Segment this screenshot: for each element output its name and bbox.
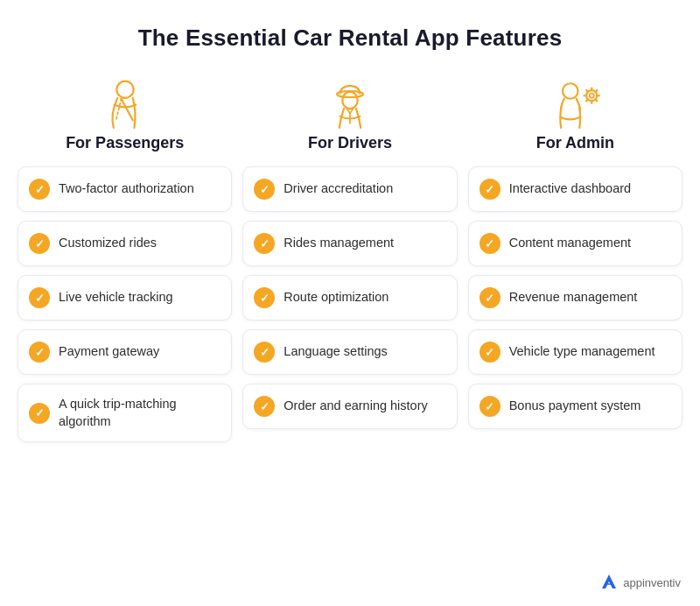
feature-text: Driver accreditation [284, 180, 393, 198]
feature-card: ✓ Content management [468, 221, 682, 266]
feature-card: ✓ Bonus payment system [468, 384, 682, 429]
admin-icon [544, 73, 606, 134]
feature-card: ✓ Rides management [242, 221, 457, 266]
check-icon: ✓ [254, 342, 275, 363]
column-passengers: For Passengers ✓ Two-factor authorizatio… [18, 73, 232, 451]
svg-point-8 [590, 94, 594, 98]
svg-line-14 [596, 100, 598, 102]
feature-text: Interactive dashboard [509, 180, 631, 198]
logo-area: appinventiv [599, 573, 681, 592]
svg-line-16 [596, 90, 598, 92]
feature-text: Vehicle type management [509, 343, 655, 361]
check-icon: ✓ [480, 342, 500, 363]
feature-card: ✓ Payment gateway [18, 329, 232, 375]
svg-point-6 [563, 83, 578, 99]
svg-line-1 [121, 99, 132, 121]
column-drivers-title: For Drivers [308, 134, 392, 152]
column-drivers: For Drivers ✓ Driver accreditation ✓ Rid… [242, 73, 457, 438]
feature-text: Bonus payment system [509, 398, 641, 415]
feature-card: ✓ Interactive dashboard [468, 166, 682, 212]
svg-line-13 [586, 90, 588, 92]
feature-text: Revenue management [509, 289, 638, 307]
page: The Essential Car Rental App Features Fo… [0, 0, 700, 606]
feature-text: A quick trip-matching algorithm [59, 396, 219, 430]
feature-card: ✓ Live vehicle tracking [18, 275, 232, 321]
check-icon: ✓ [29, 179, 50, 200]
check-icon: ✓ [480, 396, 500, 417]
feature-text: Order and earning history [284, 398, 427, 415]
feature-card: ✓ Vehicle type management [468, 329, 682, 375]
feature-card: ✓ Two-factor authorization [18, 166, 232, 212]
check-icon: ✓ [29, 403, 50, 424]
feature-text: Live vehicle tracking [59, 289, 173, 307]
check-icon: ✓ [480, 287, 500, 308]
svg-point-0 [116, 81, 133, 98]
check-icon: ✓ [29, 287, 50, 308]
check-icon: ✓ [254, 396, 275, 417]
column-passengers-title: For Passengers [66, 134, 184, 152]
feature-text: Content management [509, 235, 631, 252]
logo-text: appinventiv [623, 576, 681, 589]
feature-text: Rides management [284, 235, 394, 252]
feature-text: Route optimization [284, 289, 388, 307]
page-title: The Essential Car Rental App Features [18, 25, 682, 52]
feature-text: Customized rides [59, 235, 157, 252]
check-icon: ✓ [254, 179, 275, 200]
feature-card: ✓ Order and earning history [242, 384, 457, 429]
driver-icon [319, 73, 381, 134]
check-icon: ✓ [480, 233, 500, 254]
feature-text: Two-factor authorization [59, 180, 194, 198]
check-icon: ✓ [254, 233, 275, 254]
feature-card: ✓ A quick trip-matching algorithm [18, 384, 232, 442]
feature-card: ✓ Customized rides [18, 221, 232, 266]
column-admin-title: For Admin [536, 134, 614, 152]
columns-container: For Passengers ✓ Two-factor authorizatio… [18, 73, 682, 451]
feature-card: ✓ Language settings [242, 329, 457, 375]
passenger-icon [94, 73, 156, 134]
check-icon: ✓ [29, 233, 50, 254]
svg-point-4 [342, 92, 358, 109]
svg-line-15 [586, 100, 588, 102]
feature-card: ✓ Revenue management [468, 275, 682, 321]
check-icon: ✓ [254, 287, 275, 308]
feature-card: ✓ Route optimization [242, 275, 457, 321]
check-icon: ✓ [480, 179, 500, 200]
feature-text: Language settings [284, 343, 388, 361]
appinventiv-logo-icon [599, 573, 619, 592]
column-admin: For Admin ✓ Interactive dashboard ✓ Cont… [468, 73, 682, 438]
feature-text: Payment gateway [59, 343, 159, 361]
check-icon: ✓ [29, 342, 50, 363]
feature-card: ✓ Driver accreditation [242, 166, 457, 212]
